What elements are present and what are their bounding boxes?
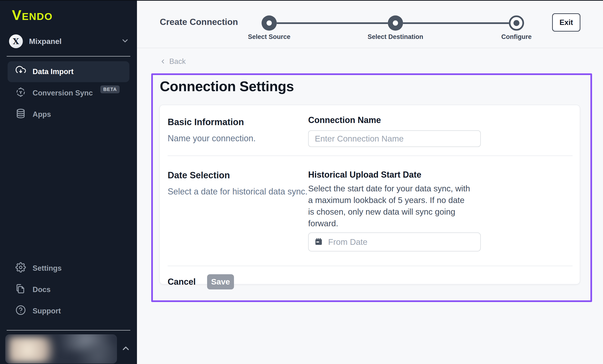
workspace-name: Mixpanel bbox=[29, 37, 115, 46]
sidebar-item-label: Settings bbox=[33, 264, 62, 273]
conversion-sync-icon bbox=[15, 87, 26, 99]
sidebar-item-conversion-sync[interactable]: Conversion Sync BETA bbox=[8, 83, 129, 103]
basic-information-subtitle: Name your connection. bbox=[168, 133, 308, 144]
database-icon bbox=[15, 108, 26, 121]
connection-name-label: Connection Name bbox=[308, 115, 573, 125]
sidebar-item-apps[interactable]: Apps bbox=[8, 104, 129, 125]
sidebar-nav: Data Import Conversion Sync BETA Apps bbox=[8, 61, 129, 125]
step-circle-select-destination bbox=[388, 15, 403, 31]
back-link[interactable]: Back bbox=[160, 57, 186, 66]
user-profile-blurred bbox=[5, 334, 117, 364]
sidebar-item-label: Conversion Sync bbox=[33, 89, 93, 97]
step-connector-2 bbox=[403, 22, 509, 24]
date-selection-title: Date Selection bbox=[168, 170, 308, 181]
date-selection-row: Date Selection Select a date for histori… bbox=[168, 156, 573, 252]
step-label-configure: Configure bbox=[476, 33, 557, 41]
user-profile-menu[interactable] bbox=[5, 334, 129, 364]
workspace-switcher[interactable]: X Mixpanel bbox=[9, 34, 129, 49]
chevron-left-icon bbox=[160, 58, 166, 65]
basic-information-row: Basic Information Name your connection. … bbox=[168, 105, 573, 147]
sidebar-item-label: Support bbox=[33, 307, 61, 315]
step-circle-select-source bbox=[262, 15, 277, 31]
card-footer: Cancel Save bbox=[168, 274, 573, 289]
sidebar-item-docs[interactable]: Docs bbox=[8, 279, 129, 300]
connection-settings-card: Basic Information Name your connection. … bbox=[159, 105, 580, 285]
step-label-select-destination: Select Destination bbox=[355, 33, 436, 41]
save-button[interactable]: Save bbox=[207, 274, 234, 289]
docs-pages-icon bbox=[15, 284, 26, 296]
from-date-input[interactable] bbox=[328, 233, 475, 251]
back-label: Back bbox=[169, 57, 186, 66]
beta-badge: BETA bbox=[100, 86, 120, 93]
date-selection-subtitle: Select a date for historical data sync. bbox=[168, 186, 308, 197]
from-date-field[interactable] bbox=[308, 232, 481, 252]
sidebar-item-support[interactable]: Support bbox=[8, 301, 129, 321]
card-divider bbox=[168, 266, 573, 266]
help-circle-icon bbox=[15, 305, 26, 317]
sidebar-item-label: Docs bbox=[33, 286, 51, 294]
sidebar-divider-top bbox=[7, 56, 130, 56]
chevron-up-icon bbox=[121, 343, 131, 354]
wizard-title: Create Connection bbox=[160, 17, 238, 27]
cancel-button[interactable]: Cancel bbox=[168, 277, 196, 287]
wizard-header: Create Connection Select Source Select D… bbox=[137, 0, 603, 48]
historical-upload-description: Select the start date for your data sync… bbox=[308, 183, 472, 229]
window-top-edge bbox=[0, 0, 603, 1]
chevron-down-icon bbox=[121, 37, 129, 46]
basic-information-title: Basic Information bbox=[168, 117, 308, 128]
historical-upload-label: Historical Upload Start Date bbox=[308, 170, 573, 180]
sidebar-item-label: Data Import bbox=[33, 67, 73, 76]
step-circle-configure bbox=[509, 15, 524, 31]
step-connector-1 bbox=[277, 22, 388, 24]
calendar-icon bbox=[314, 237, 323, 247]
gear-icon bbox=[15, 262, 26, 275]
sidebar-divider-bottom bbox=[7, 330, 130, 331]
page-title: Connection Settings bbox=[160, 77, 591, 96]
sidebar-item-data-import[interactable]: Data Import bbox=[8, 61, 129, 82]
configure-step-outline: Connection Settings Basic Information Na… bbox=[151, 73, 592, 302]
sidebar-item-settings[interactable]: Settings bbox=[8, 258, 129, 279]
app-window: Vendo X Mixpanel Data Import Conversion … bbox=[0, 0, 603, 364]
main-content: Create Connection Select Source Select D… bbox=[137, 0, 603, 364]
vendo-logo: Vendo bbox=[12, 8, 129, 22]
sidebar: Vendo X Mixpanel Data Import Conversion … bbox=[0, 0, 137, 364]
connection-name-input[interactable] bbox=[308, 130, 481, 147]
sidebar-footer-nav: Settings Docs Support bbox=[8, 258, 129, 321]
sidebar-item-label: Apps bbox=[33, 110, 51, 119]
step-label-select-source: Select Source bbox=[229, 33, 310, 41]
cloud-download-icon bbox=[15, 66, 26, 78]
mixpanel-logo-icon: X bbox=[9, 34, 23, 48]
exit-button[interactable]: Exit bbox=[552, 13, 580, 32]
